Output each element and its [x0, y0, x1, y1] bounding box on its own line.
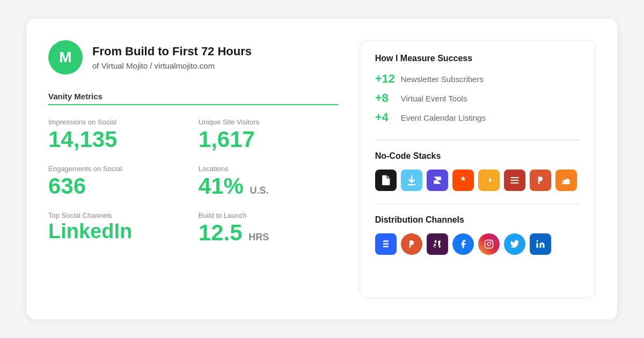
success-label: Virtual Event Tools [401, 94, 467, 103]
sendfox-icon [478, 170, 500, 191]
success-item: +8 Virtual Event Tools [375, 91, 580, 105]
success-title: How I Measure Success [375, 54, 580, 63]
linktree-icon [504, 170, 525, 191]
metric-value: LinkedIn [48, 221, 188, 243]
instagram-icon [478, 233, 500, 255]
framer-icon [427, 170, 448, 191]
facebook-icon [452, 233, 474, 255]
metric-visitors: Unique Site Visitors 1,617 [199, 118, 338, 152]
vanity-metrics-title: Vanity Metrics [48, 92, 338, 101]
success-label: Newsletter Subscribers [401, 75, 484, 84]
success-item: +12 Newsletter Subscribers [375, 72, 580, 86]
nocode-icon-row [375, 170, 580, 191]
metric-label: Top Social Channels [48, 211, 188, 219]
metric-label: Unique Site Visitors [199, 118, 338, 126]
metric-value: 41% U.S. [199, 174, 338, 199]
logo-circle: M [48, 40, 83, 75]
hashnode-icon [375, 233, 397, 255]
metric-label: Locations [199, 165, 338, 173]
twitter-icon [504, 233, 525, 255]
metric-label: Impressions on Social [48, 118, 188, 126]
metric-social-channels: Top Social Channels LinkedIn [48, 211, 188, 245]
metric-locations: Locations 41% U.S. [199, 165, 338, 199]
metric-label: Build to Launch [199, 211, 338, 219]
boxyhq-icon [401, 170, 422, 191]
metric-value: 14,135 [48, 127, 188, 152]
nocode-title: No-Code Stacks [375, 151, 580, 161]
distribution-title: Distribution Channels [375, 215, 580, 225]
metric-engagements: Engagements on Social 636 [48, 165, 188, 199]
metric-label: Engagements on Social [48, 165, 188, 173]
metric-build-launch: Build to Launch 12.5 hrs [199, 211, 338, 245]
metric-value: 636 [48, 174, 188, 199]
metric-value: 12.5 hrs [199, 221, 338, 245]
success-item: +4 Event Calendar Listings [375, 111, 580, 124]
success-list: +12 Newsletter Subscribers +8 Virtual Ev… [375, 72, 580, 124]
header: M From Build to First 72 Hours of Virtua… [48, 40, 338, 75]
section-divider [375, 139, 580, 141]
main-card: M From Build to First 72 Hours of Virtua… [27, 19, 617, 319]
producthunt-icon [401, 233, 422, 255]
success-label: Event Calendar Listings [401, 113, 486, 122]
success-number: +8 [375, 91, 394, 105]
svg-point-6 [536, 240, 538, 242]
section-divider-2 [375, 204, 580, 205]
logo-letter: M [59, 49, 71, 66]
svg-point-5 [491, 241, 492, 243]
linkedin-icon [530, 233, 551, 255]
unit-label: hrs [248, 232, 269, 243]
page-title: From Build to First 72 Hours [92, 45, 252, 58]
notion-icon [375, 170, 397, 191]
metric-impressions: Impressions on Social 14,135 [48, 118, 188, 152]
cloudflare-icon [555, 170, 577, 191]
right-panel: How I Measure Success +12 Newsletter Sub… [360, 40, 596, 298]
page-subtitle: of Virtual Mojito / virtualmojito.com [92, 61, 252, 70]
section-divider-green [48, 104, 338, 105]
success-number: +4 [375, 111, 394, 124]
left-panel: M From Build to First 72 Hours of Virtua… [48, 40, 338, 298]
metrics-grid: Impressions on Social 14,135 Unique Site… [48, 118, 338, 246]
slack-icon [427, 233, 448, 255]
header-text: From Build to First 72 Hours of Virtual … [92, 45, 252, 70]
unit-label: U.S. [250, 185, 269, 196]
svg-rect-4 [485, 240, 493, 248]
zapier-icon [452, 170, 474, 191]
metric-value: 1,617 [199, 127, 338, 152]
success-number: +12 [375, 72, 394, 86]
distribution-icon-row [375, 233, 580, 255]
ph-icon [530, 170, 551, 191]
